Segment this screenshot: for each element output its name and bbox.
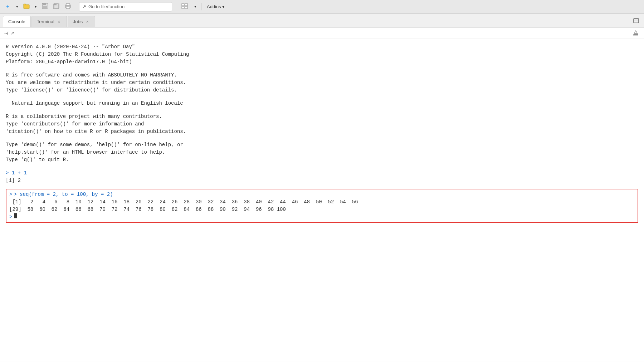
svg-rect-11 bbox=[182, 4, 184, 6]
svg-rect-4 bbox=[43, 6, 47, 9]
command-line-2: > > seq(from = 2, to = 100, by = 2) bbox=[9, 191, 635, 198]
free-line-1: R is free software and comes with ABSOLU… bbox=[6, 71, 638, 79]
demo-info: Type 'demo()' for some demos, 'help()' f… bbox=[6, 141, 638, 164]
version-info: R version 4.0.0 (2020-04-24) -- "Arbor D… bbox=[6, 43, 638, 66]
cmd2-text: > seq(from = 2, to = 100, by = 2) bbox=[14, 191, 113, 198]
print-icon bbox=[65, 3, 71, 10]
spacer-5 bbox=[6, 165, 638, 169]
command-block-1: > 1 + 1 [1] 2 bbox=[6, 169, 638, 184]
goto-label: Go to file/function bbox=[88, 4, 125, 9]
save-icon bbox=[42, 3, 48, 10]
version-line-3: Platform: x86_64-apple-darwin17.0 (64-bi… bbox=[6, 58, 638, 66]
open-icon bbox=[23, 3, 30, 10]
spacer-4 bbox=[6, 137, 638, 141]
tab-bar: Console Terminal × Jobs × bbox=[0, 14, 644, 28]
demo-line-2: 'help.start()' for an HTML browser inter… bbox=[6, 149, 638, 156]
print-button[interactable] bbox=[63, 2, 73, 11]
separator-2 bbox=[175, 3, 175, 10]
tab-terminal[interactable]: Terminal × bbox=[31, 16, 67, 27]
new-icon: + bbox=[6, 4, 9, 10]
spacer-3 bbox=[6, 109, 638, 113]
highlighted-command-block: > > seq(from = 2, to = 100, by = 2) [1] … bbox=[6, 189, 638, 223]
grid-view-button[interactable] bbox=[178, 2, 191, 11]
version-line-1: R version 4.0.0 (2020-04-24) -- "Arbor D… bbox=[6, 43, 638, 51]
version-line-2: Copyright (C) 2020 The R Foundation for … bbox=[6, 51, 638, 58]
locale-info: Natural language support but running in … bbox=[6, 100, 638, 107]
goto-box[interactable]: ↗ Go to file/function bbox=[79, 2, 172, 11]
terminal-tab-label: Terminal bbox=[37, 19, 54, 24]
svg-rect-13 bbox=[182, 6, 184, 9]
maximize-button[interactable] bbox=[632, 16, 640, 25]
spacer-1 bbox=[6, 67, 638, 71]
svg-rect-3 bbox=[43, 3, 46, 5]
svg-rect-1 bbox=[24, 4, 26, 5]
locale-line: Natural language support but running in … bbox=[6, 100, 638, 107]
toolbar: + ▾ ▾ bbox=[0, 0, 644, 14]
output-line-1: [1] 2 bbox=[6, 177, 638, 184]
collab-line-2: Type 'contributors()' for more informati… bbox=[6, 120, 638, 128]
addins-chevron-icon: ▾ bbox=[222, 4, 225, 9]
terminal-close-button[interactable]: × bbox=[57, 19, 62, 24]
new-dropdown-button[interactable]: ▾ bbox=[14, 2, 20, 11]
demo-line-3: Type 'q()' to quit R. bbox=[6, 156, 638, 164]
output-row1: [1] 2 4 6 8 10 12 14 16 18 20 22 24 26 2… bbox=[9, 198, 635, 206]
grid-dropdown-button[interactable]: ▾ bbox=[192, 2, 198, 11]
collab-line-3: 'citation()' on how to cite R or R packa… bbox=[6, 128, 638, 135]
svg-rect-9 bbox=[66, 4, 70, 5]
spacer-6 bbox=[6, 186, 638, 187]
new-file-button[interactable]: + bbox=[3, 2, 13, 11]
svg-rect-6 bbox=[54, 4, 57, 5]
open-button[interactable] bbox=[21, 2, 31, 11]
svg-rect-0 bbox=[24, 5, 29, 9]
separator-3 bbox=[201, 3, 201, 10]
output-row2: [29] 58 60 62 64 66 68 70 72 74 76 78 80… bbox=[9, 206, 635, 213]
prompt-symbol-2: > bbox=[9, 191, 12, 198]
jobs-close-button[interactable]: × bbox=[85, 19, 90, 24]
path-bar: ~/ ↗ bbox=[0, 28, 644, 39]
grid-icon bbox=[181, 3, 188, 10]
svg-rect-10 bbox=[66, 7, 70, 9]
path-navigate-icon[interactable]: ↗ bbox=[10, 30, 14, 36]
spacer-2 bbox=[6, 95, 638, 100]
separator-1 bbox=[76, 3, 76, 10]
svg-rect-12 bbox=[185, 4, 187, 6]
command-line-1: > 1 + 1 bbox=[6, 169, 638, 177]
svg-rect-14 bbox=[185, 6, 187, 9]
console-area[interactable]: R version 4.0.0 (2020-04-24) -- "Arbor D… bbox=[0, 39, 644, 362]
collab-line-1: R is a collaborative project with many c… bbox=[6, 113, 638, 120]
save-all-icon bbox=[53, 3, 60, 10]
save-button[interactable] bbox=[40, 2, 50, 11]
cursor-blink bbox=[14, 213, 17, 218]
clear-console-button[interactable] bbox=[633, 29, 639, 37]
save-all-button[interactable] bbox=[52, 2, 62, 11]
tab-jobs[interactable]: Jobs × bbox=[68, 16, 95, 27]
free-line-2: You are welcome to redistribute it under… bbox=[6, 79, 638, 86]
svg-rect-15 bbox=[634, 19, 639, 23]
addins-button[interactable]: Addins ▾ bbox=[204, 2, 227, 11]
goto-arrow-icon: ↗ bbox=[82, 4, 86, 9]
tab-console[interactable]: Console bbox=[3, 16, 31, 27]
contributors-info: R is a collaborative project with many c… bbox=[6, 113, 638, 135]
free-line-3: Type 'license()' or 'licence()' for dist… bbox=[6, 86, 638, 94]
cmd1-text: > 1 + 1 bbox=[6, 169, 27, 177]
current-path: ~/ bbox=[4, 30, 8, 36]
addins-label: Addins bbox=[207, 4, 221, 9]
open-dropdown-button[interactable]: ▾ bbox=[33, 2, 39, 11]
jobs-tab-label: Jobs bbox=[73, 19, 83, 24]
console-tab-label: Console bbox=[8, 19, 25, 24]
demo-line-1: Type 'demo()' for some demos, 'help()' f… bbox=[6, 141, 638, 149]
license-info: R is free software and comes with ABSOLU… bbox=[6, 71, 638, 94]
prompt-symbol-3: > bbox=[9, 213, 12, 221]
empty-prompt-line: > bbox=[9, 213, 635, 221]
